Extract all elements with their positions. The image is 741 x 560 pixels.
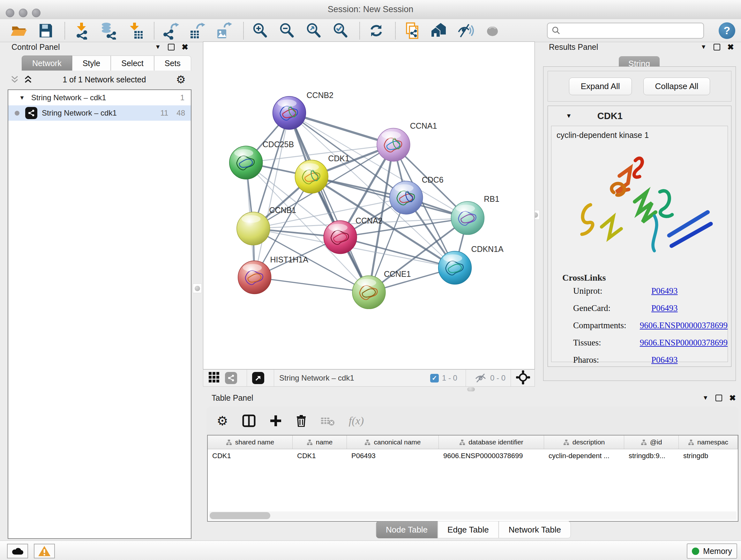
control-panel-close-icon[interactable]: ✖ (182, 43, 188, 51)
node-CDKN1A[interactable] (439, 251, 472, 285)
import-network-file-icon[interactable] (71, 21, 91, 41)
genecard-link[interactable]: P06493 (651, 303, 678, 313)
search-box[interactable] (547, 23, 704, 39)
uniprot-link[interactable]: P06493 (651, 286, 678, 296)
network-canvas[interactable]: CCNB2CCNA1CDC25BCDK1CDC6RB1CCNB1CCNA2CDK… (203, 42, 535, 369)
node-CCNB1[interactable] (237, 212, 270, 245)
edge-HIST1H1A-CCNE1[interactable] (255, 277, 369, 293)
apply-layout-icon[interactable] (366, 21, 386, 41)
column-header-name[interactable]: name (293, 435, 347, 449)
table-cell[interactable]: P06493 (347, 449, 439, 464)
show-grid-icon[interactable] (208, 372, 220, 384)
collapse-all-button[interactable]: Collapse All (643, 78, 711, 95)
expand-all-icon[interactable] (23, 75, 32, 84)
table-panel-maximize-icon[interactable] (716, 395, 722, 401)
scrollbar-thumb[interactable] (210, 512, 270, 519)
clone-network-icon[interactable] (402, 21, 422, 41)
memory-button[interactable]: Memory (687, 543, 737, 559)
save-session-icon[interactable] (36, 21, 56, 41)
table-cell[interactable]: CDK1 (208, 449, 293, 464)
tab-style[interactable]: Style (72, 56, 111, 71)
table-cell[interactable]: CDK1 (293, 449, 347, 464)
zoom-in-icon[interactable] (250, 21, 270, 41)
edge-CCNB2-HIST1H1A[interactable] (255, 113, 289, 277)
selected-items-checkbox[interactable]: ✓ (430, 374, 439, 382)
zoom-selected-icon[interactable] (331, 21, 350, 41)
compartments-link[interactable]: 9606.ENSP00000378699 (640, 320, 728, 330)
fit-selected-crosshair-icon[interactable] (516, 370, 530, 386)
column-header-database-identifier[interactable]: database identifier (439, 435, 544, 449)
birds-eye-view-icon[interactable] (252, 372, 264, 384)
node-RB1[interactable] (451, 201, 484, 235)
cdk1-collapse-icon[interactable]: ▼ (566, 112, 572, 119)
show-all-icon[interactable] (482, 21, 502, 41)
node-CCNE1[interactable] (352, 276, 386, 309)
cloud-status-button[interactable] (7, 544, 28, 558)
string-network-graph[interactable]: CCNB2CCNA1CDC25BCDK1CDC6RB1CCNB1CCNA2CDK… (203, 42, 535, 369)
delete-column-icon[interactable] (296, 415, 307, 427)
control-panel-float-icon[interactable]: ▼ (155, 44, 161, 51)
export-network-icon[interactable] (161, 21, 181, 41)
table-cell[interactable]: stringdb:9... (624, 449, 679, 464)
help-button[interactable]: ? (719, 22, 735, 39)
export-image-icon[interactable] (214, 21, 234, 41)
zoom-out-icon[interactable] (277, 21, 297, 41)
collection-expand-icon[interactable]: ▼ (19, 95, 25, 101)
open-session-icon[interactable] (9, 21, 29, 41)
bottom-splitter-handle[interactable] (467, 387, 475, 391)
table-cell[interactable]: stringdb (679, 449, 738, 464)
tab-select[interactable]: Select (111, 56, 154, 71)
hide-selected-icon[interactable] (456, 21, 475, 41)
table-options-gear-icon[interactable]: ⚙ (217, 415, 228, 427)
show-columns-icon[interactable] (242, 415, 256, 427)
column-header-namespac[interactable]: namespac (679, 435, 738, 449)
node-CDC25B[interactable] (229, 146, 263, 179)
zoom-fit-icon[interactable] (304, 21, 324, 41)
node-CCNA1[interactable] (377, 128, 410, 161)
column-header-canonical-name[interactable]: canonical name (347, 435, 439, 449)
node-CCNB2[interactable] (273, 97, 306, 130)
home-icon[interactable] (429, 21, 449, 41)
node-HIST1H1A[interactable] (238, 261, 271, 294)
warnings-button[interactable] (34, 544, 55, 558)
results-panel-close-icon[interactable]: ✖ (727, 43, 734, 51)
import-table-file-icon[interactable] (125, 21, 145, 41)
tab-sets[interactable]: Sets (154, 56, 191, 71)
table-cell[interactable]: 9606.ENSP00000378699 (439, 449, 544, 464)
hidden-node-edge-counts: 0 - 0 (490, 374, 506, 382)
expand-all-button[interactable]: Expand All (569, 78, 632, 95)
tab-network[interactable]: Network (22, 56, 72, 71)
table-panel-close-icon[interactable]: ✖ (729, 394, 736, 402)
table-panel-float-icon[interactable]: ▼ (702, 394, 709, 401)
node-CCNA2[interactable] (324, 221, 357, 254)
tab-network-table[interactable]: Network Table (499, 521, 571, 538)
network-row[interactable]: String Network – cdk1 11 48 (8, 105, 191, 121)
results-panel-float-icon[interactable]: ▼ (700, 44, 706, 51)
network-collection-row[interactable]: ▼ String Network – cdk1 1 (8, 90, 191, 105)
pharos-link[interactable]: P06493 (651, 355, 678, 365)
control-panel-maximize-icon[interactable] (168, 44, 175, 51)
column-header--id[interactable]: @id (624, 435, 679, 449)
import-network-database-icon[interactable] (98, 21, 118, 41)
edge-CCNB2-CCNE1[interactable] (289, 113, 369, 293)
network-type-icon[interactable] (225, 372, 237, 384)
export-table-icon[interactable] (188, 21, 207, 41)
column-header-description[interactable]: description (544, 435, 624, 449)
network-options-gear-icon[interactable]: ⚙ (176, 74, 186, 85)
left-splitter-handle[interactable] (193, 284, 202, 293)
node-CDC6[interactable] (390, 181, 423, 214)
collapse-all-icon[interactable] (10, 75, 19, 84)
search-input[interactable] (561, 26, 703, 36)
status-bar: Memory (0, 541, 741, 560)
tab-edge-table[interactable]: Edge Table (437, 521, 499, 538)
tab-node-table[interactable]: Node Table (376, 521, 437, 538)
table-panel-title: Table Panel (212, 393, 253, 402)
table-horizontal-scrollbar[interactable] (209, 511, 737, 520)
table-row[interactable]: CDK1CDK1P064939606.ENSP00000378699cyclin… (208, 449, 738, 464)
create-column-icon[interactable] (270, 415, 282, 427)
results-panel-maximize-icon[interactable] (714, 44, 720, 51)
tissues-link[interactable]: 9606.ENSP00000378699 (640, 338, 728, 348)
table-cell[interactable]: cyclin-dependent ... (544, 449, 624, 464)
node-CDK1[interactable] (295, 160, 328, 193)
column-header-shared-name[interactable]: shared name (208, 435, 293, 449)
